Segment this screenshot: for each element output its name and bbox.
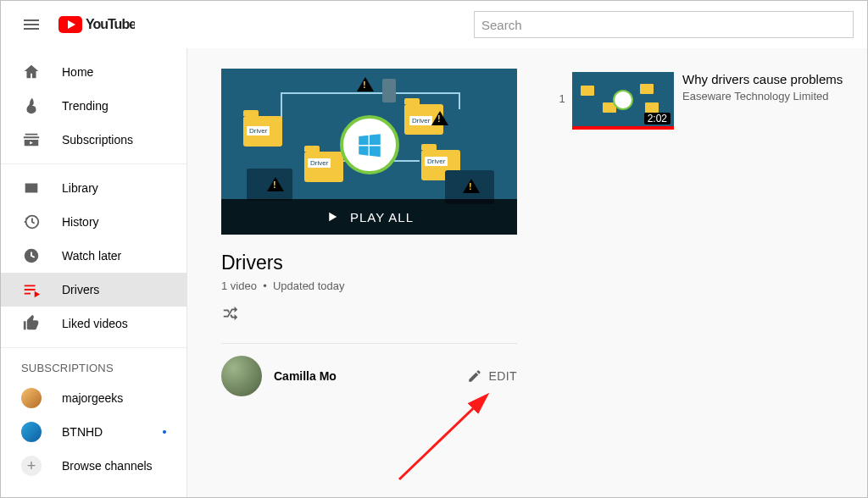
- windows-logo-icon: [355, 130, 384, 159]
- playlist-icon: [21, 279, 42, 300]
- sidebar-item-drivers[interactable]: Drivers: [1, 273, 186, 307]
- sidebar-sub-majorgeeks[interactable]: majorgeeks: [1, 381, 186, 415]
- sidebar-item-label: Library: [62, 181, 98, 195]
- sidebar-browse-channels[interactable]: + Browse channels: [1, 449, 186, 483]
- playlist-updated: Updated today: [273, 279, 345, 292]
- video-channel: Easeware Technology Limited: [682, 90, 843, 102]
- app-header: YouTube: [1, 1, 867, 48]
- sidebar-item-label: BTNHD: [62, 425, 103, 439]
- play-icon: [325, 209, 340, 224]
- svg-marker-7: [329, 213, 337, 222]
- channel-avatar-icon: [21, 388, 42, 408]
- play-all-button[interactable]: PLAY ALL: [221, 199, 517, 235]
- watch-later-icon: [21, 246, 42, 266]
- video-progress-bar: [572, 126, 674, 130]
- subscriptions-icon: [21, 130, 42, 150]
- sidebar-item-label: History: [62, 215, 99, 229]
- like-icon: [21, 313, 42, 334]
- plus-circle-icon: +: [21, 456, 42, 476]
- sidebar-item-label: Browse channels: [62, 459, 153, 473]
- sidebar-sub-btnhd[interactable]: BTNHD: [1, 415, 186, 449]
- new-content-dot-icon: [163, 430, 166, 434]
- svg-text:YouTube: YouTube: [86, 17, 135, 31]
- sidebar-subscriptions-heading: SUBSCRIPTIONS: [1, 355, 186, 381]
- sidebar-item-watch-later[interactable]: Watch later: [1, 239, 186, 273]
- sidebar-item-label: Watch later: [62, 249, 121, 263]
- svg-marker-6: [35, 291, 40, 297]
- sidebar-item-label: majorgeeks: [62, 391, 123, 405]
- video-duration: 2:02: [644, 113, 670, 125]
- sidebar: Home Trending Subscriptions Library Hist…: [1, 48, 187, 497]
- edit-button[interactable]: EDIT: [467, 368, 518, 384]
- sidebar-item-trending[interactable]: Trending: [1, 89, 186, 123]
- playlist-video-list: 1 2:02 Why drivers cause problems Easewa…: [543, 48, 867, 497]
- channel-avatar-icon: [21, 422, 42, 442]
- history-icon: [21, 212, 42, 232]
- main-content: Driver Driver Driver Driver PLAY ALL Dri…: [187, 48, 867, 497]
- playlist-title: Drivers: [221, 252, 543, 274]
- video-title: Why drivers cause problems: [682, 72, 843, 86]
- pencil-icon: [467, 368, 482, 384]
- sidebar-item-label: Liked videos: [62, 317, 128, 330]
- menu-button[interactable]: [14, 8, 48, 42]
- sidebar-item-liked[interactable]: Liked videos: [1, 307, 186, 340]
- owner-name[interactable]: Camilla Mo: [274, 369, 337, 383]
- sidebar-item-home[interactable]: Home: [1, 55, 186, 89]
- playlist-video-row[interactable]: 1 2:02 Why drivers cause problems Easewa…: [552, 69, 850, 133]
- search-box[interactable]: [474, 11, 854, 38]
- playlist-video-count: 1 video: [221, 279, 257, 292]
- shuffle-icon[interactable]: [221, 304, 240, 323]
- library-icon: [21, 178, 42, 198]
- sidebar-item-library[interactable]: Library: [1, 171, 186, 205]
- divider: [221, 343, 517, 344]
- sidebar-item-label: Home: [62, 65, 93, 79]
- home-icon: [21, 62, 42, 82]
- sidebar-item-subscriptions[interactable]: Subscriptions: [1, 123, 186, 157]
- playlist-meta: 1 video • Updated today: [221, 279, 543, 292]
- video-index: 1: [552, 72, 572, 105]
- search-input[interactable]: [481, 18, 846, 32]
- sidebar-item-history[interactable]: History: [1, 205, 186, 239]
- owner-avatar[interactable]: [221, 356, 262, 396]
- edit-label: EDIT: [489, 369, 518, 383]
- playlist-panel: Driver Driver Driver Driver PLAY ALL Dri…: [187, 48, 543, 497]
- playlist-owner-row: Camilla Mo EDIT: [221, 356, 517, 396]
- menu-icon: [21, 14, 42, 35]
- youtube-logo[interactable]: YouTube: [58, 16, 135, 33]
- video-thumbnail[interactable]: 2:02: [572, 72, 674, 130]
- sidebar-item-label: Trending: [62, 99, 108, 113]
- sidebar-item-label: Drivers: [62, 283, 99, 296]
- playlist-hero[interactable]: Driver Driver Driver Driver PLAY ALL: [221, 69, 517, 235]
- youtube-logo-icon: YouTube: [58, 16, 135, 33]
- play-all-label: PLAY ALL: [350, 210, 414, 224]
- sidebar-item-label: Subscriptions: [62, 133, 133, 147]
- trending-icon: [21, 96, 42, 116]
